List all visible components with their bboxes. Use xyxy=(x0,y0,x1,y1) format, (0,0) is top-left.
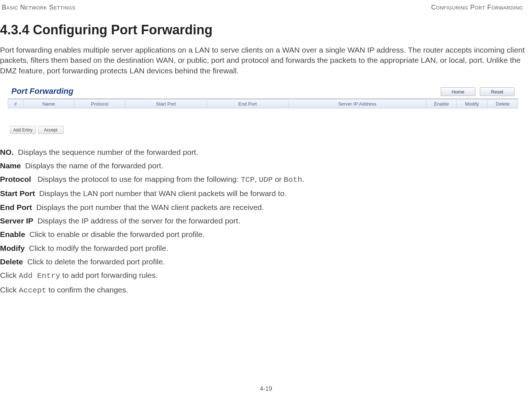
header-right: Configuring Port Forwarding xyxy=(431,4,523,11)
def-modify: Modify Click to modify the forwarded por… xyxy=(0,243,525,253)
col-name: Name xyxy=(23,100,74,108)
action-add-entry: Click Add Entry to add port forwarding r… xyxy=(0,270,525,281)
ui-top-buttons: Home Reset xyxy=(441,87,514,96)
port-forwarding-table: # Name Protocol Start Port End Port Serv… xyxy=(8,99,518,123)
section-title: 4.3.4 Configuring Port Forwarding xyxy=(0,22,525,38)
col-modify: Modify xyxy=(457,100,487,108)
mono: Accept xyxy=(19,286,46,295)
add-entry-button[interactable]: Add Entry xyxy=(10,126,36,134)
action-accept: Click Accept to confirm the changes. xyxy=(0,285,525,295)
def-desc: Displays the IP address of the server fo… xyxy=(38,217,240,225)
col-protocol: Protocol xyxy=(74,100,125,108)
def-desc: Displays the sequence number of the forw… xyxy=(18,148,198,156)
def-desc: Displays the LAN port number that WAN cl… xyxy=(39,189,286,198)
def-start-port: Start Port Displays the LAN port number … xyxy=(0,188,525,198)
def-name: Name Displays the name of the forwarded … xyxy=(0,161,525,171)
intro-paragraph: Port forwarding enables multiple server … xyxy=(0,45,525,76)
def-protocol: Protocol Displays the protocol to use fo… xyxy=(0,174,525,185)
section-heading: Configuring Port Forwarding xyxy=(33,22,213,37)
def-desc: Click to enable or disable the forwarded… xyxy=(30,230,205,238)
def-term: Start Port xyxy=(0,189,35,198)
proto-tcp: TCP xyxy=(241,176,254,184)
header-left: Basic Network Settings xyxy=(2,4,76,11)
def-term: Protocol xyxy=(0,175,31,183)
sep: , xyxy=(254,175,259,183)
def-term: Enable xyxy=(0,230,25,238)
accept-button[interactable]: Accept xyxy=(38,126,64,134)
def-server-ip: Server IP Displays the IP address of the… xyxy=(0,216,525,226)
ui-header: Port Forwarding Home Reset xyxy=(8,84,518,98)
port-forwarding-ui: Port Forwarding Home Reset # Name Protoc… xyxy=(7,83,518,138)
table-empty-row xyxy=(8,108,518,123)
def-desc: Displays the port number that the WAN cl… xyxy=(36,203,264,211)
col-end: End Port xyxy=(207,100,288,108)
reset-button[interactable]: Reset xyxy=(480,87,514,96)
col-delete: Delete xyxy=(487,100,518,108)
home-button[interactable]: Home xyxy=(441,87,475,96)
proto-both: Both xyxy=(284,176,302,184)
field-definitions: NO. Displays the sequence number of the … xyxy=(0,147,525,295)
def-no: NO. Displays the sequence number of the … xyxy=(0,147,525,157)
section-number: 4.3.4 xyxy=(0,22,29,37)
def-delete: Delete Click to delete the forwarded por… xyxy=(0,257,525,267)
def-desc: Click to modify the forwarded port profi… xyxy=(29,244,168,252)
pre: Click xyxy=(0,286,19,294)
ui-title: Port Forwarding xyxy=(11,87,73,96)
page-header: Basic Network Settings Configuring Port … xyxy=(0,4,525,11)
def-term: NO. xyxy=(0,148,14,156)
col-start: Start Port xyxy=(125,100,207,108)
table-header-row: # Name Protocol Start Port End Port Serv… xyxy=(8,100,518,108)
ui-footer: Add Entry Accept xyxy=(8,123,518,138)
col-number: # xyxy=(8,100,23,108)
post: to add port forwarding rules. xyxy=(60,271,158,279)
page-number: 4-19 xyxy=(260,385,272,393)
def-term: Delete xyxy=(0,257,23,266)
def-desc: Click to delete the forwarded port profi… xyxy=(27,257,165,266)
def-desc: Displays the name of the forwarded port. xyxy=(25,161,163,170)
def-term: Server IP xyxy=(0,217,33,225)
mono: Add Entry xyxy=(19,272,60,280)
def-term: Modify xyxy=(0,244,25,252)
def-enable: Enable Click to enable or disable the fo… xyxy=(0,229,525,239)
proto-udp: UDP xyxy=(259,176,273,184)
col-enable: Enable xyxy=(426,100,457,108)
sep: or xyxy=(273,175,284,183)
post: to confirm the changes. xyxy=(46,286,128,294)
def-term: End Port xyxy=(0,203,32,211)
def-term: Name xyxy=(0,161,21,170)
col-ip: Server IP Address xyxy=(288,100,426,108)
def-desc: Displays the protocol to use for mapping… xyxy=(38,175,241,183)
tail: . xyxy=(302,175,305,183)
pre: Click xyxy=(0,271,19,279)
def-end-port: End Port Displays the port number that t… xyxy=(0,202,525,212)
